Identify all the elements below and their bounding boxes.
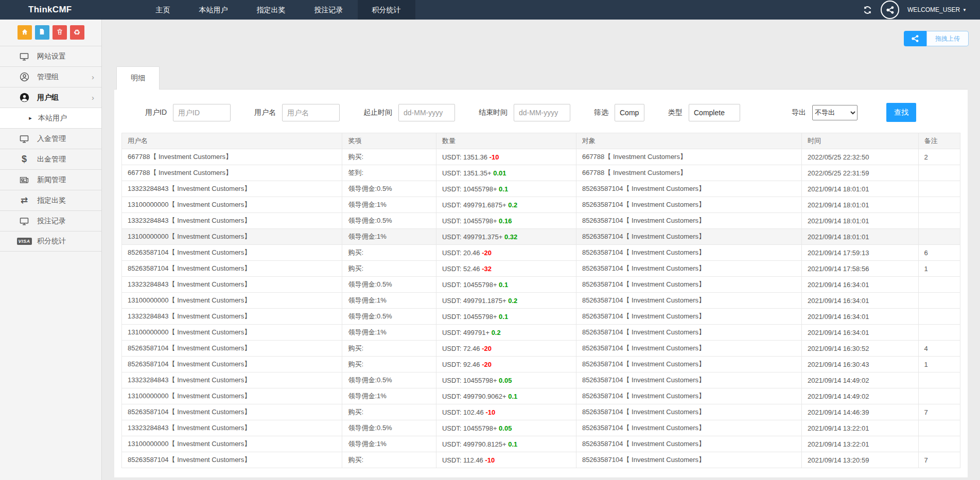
cell-amount: USDT: 112.46 -10 xyxy=(436,452,576,468)
user-id-input[interactable] xyxy=(173,104,231,121)
refresh-icon[interactable] xyxy=(862,5,872,15)
cell-note: 4 xyxy=(918,341,960,357)
trash-icon xyxy=(56,28,63,37)
cell-prize: 领导佣金:0.5% xyxy=(342,420,436,436)
cell-username: 13323284843【 Investment Customers】 xyxy=(122,213,342,229)
caret-down-icon: ▼ xyxy=(962,8,967,12)
share-upload-icon[interactable] xyxy=(904,31,926,46)
sidebar-item-label: 出金管理 xyxy=(37,155,66,164)
table-row: 85263587104【 Investment Customers】购买:USD… xyxy=(122,452,960,468)
recycle-button[interactable]: ♻ xyxy=(70,25,84,40)
records-table: 用户名奖项数量对象时间备注 667788【 Investment Custome… xyxy=(121,133,960,468)
home-button[interactable] xyxy=(18,25,32,40)
cell-amount: USDT: 1351.36 -10 xyxy=(436,149,576,165)
amount-delta: -20 xyxy=(482,249,492,257)
amount-delta: 0.05 xyxy=(499,424,512,432)
sidebar-item-points-stats[interactable]: VISA积分统计 xyxy=(0,231,101,252)
cell-username: 85263587104【 Investment Customers】 xyxy=(122,452,342,468)
cell-amount: USDT: 1351.35+ 0.01 xyxy=(436,165,576,181)
visa-icon: VISA xyxy=(18,238,30,245)
sidebar-item-news-management[interactable]: 新闻管理 xyxy=(0,169,101,190)
nav-item-bet-records[interactable]: 投注记录 xyxy=(300,0,358,20)
amount-delta: -10 xyxy=(485,456,495,464)
user-dropdown[interactable]: WELCOME_USER ▼ xyxy=(907,6,967,13)
table-row: 13323284843【 Investment Customers】领导佣金:0… xyxy=(122,309,960,325)
cell-prize: 购买: xyxy=(342,452,436,468)
column-header: 时间 xyxy=(802,133,918,149)
column-header: 备注 xyxy=(918,133,960,149)
user-icon xyxy=(18,72,30,82)
table-row: 667788【 Investment Customers】签到:USDT: 13… xyxy=(122,165,960,181)
filter-label: 筛选 xyxy=(594,108,608,117)
table-row: 13323284843【 Investment Customers】领导佣金:0… xyxy=(122,213,960,229)
cell-prize: 购买: xyxy=(342,245,436,261)
username-filter-label: 用户名 xyxy=(254,108,276,117)
home-icon xyxy=(21,28,28,37)
username-input[interactable] xyxy=(282,104,340,121)
cell-prize: 领导佣金:0.5% xyxy=(342,372,436,388)
table-row: 13323284843【 Investment Customers】领导佣金:0… xyxy=(122,181,960,197)
sidebar-item-deposit-management[interactable]: 入金管理 xyxy=(0,128,101,149)
amount-base: USDT: 10455798+ xyxy=(442,185,499,193)
cell-amount: USDT: 102.46 -10 xyxy=(436,404,576,420)
cell-username: 13100000000【 Investment Customers】 xyxy=(122,197,342,213)
export-select[interactable]: 不导出 xyxy=(812,105,857,120)
amount-delta: 0.2 xyxy=(508,201,517,209)
table-row: 13323284843【 Investment Customers】领导佣金:0… xyxy=(122,420,960,436)
amount-delta: 0.05 xyxy=(499,377,512,384)
cell-username: 13100000000【 Investment Customers】 xyxy=(122,436,342,452)
sidebar-item-bet-records[interactable]: 投注记录 xyxy=(0,210,101,231)
avatar[interactable] xyxy=(881,1,899,19)
cell-username: 13323284843【 Investment Customers】 xyxy=(122,309,342,325)
nav-item-home[interactable]: 主页 xyxy=(142,0,185,20)
cell-amount: USDT: 499790.9062+ 0.1 xyxy=(436,388,576,404)
cell-prize: 领导佣金:1% xyxy=(342,388,436,404)
cell-target: 85263587104【 Investment Customers】 xyxy=(576,245,801,261)
sidebar-item-site-settings[interactable]: 网站设置 xyxy=(0,46,101,66)
table-row: 667788【 Investment Customers】购买:USDT: 13… xyxy=(122,149,960,165)
cell-amount: USDT: 92.46 -20 xyxy=(436,357,576,372)
nav-item-points-stats[interactable]: 积分统计 xyxy=(358,0,415,20)
sidebar-item-withdrawal-management[interactable]: $出金管理 xyxy=(0,149,101,169)
start-time-input[interactable] xyxy=(398,104,455,121)
drag-upload-button[interactable]: 拖拽上传 xyxy=(926,31,969,46)
sidebar-item-user-group[interactable]: 用户组› xyxy=(0,87,101,108)
cell-target: 85263587104【 Investment Customers】 xyxy=(576,213,801,229)
cell-amount: USDT: 10455798+ 0.05 xyxy=(436,420,576,436)
brand-logo[interactable]: ThinkCMF xyxy=(0,5,93,15)
amount-delta: 0.1 xyxy=(499,185,508,193)
cell-time: 2021/09/14 16:34:01 xyxy=(802,325,918,341)
trash-button[interactable] xyxy=(52,25,67,40)
filter-input[interactable] xyxy=(615,104,644,121)
file-button[interactable] xyxy=(35,25,49,40)
cell-prize: 购买: xyxy=(342,341,436,357)
end-time-input[interactable] xyxy=(514,104,570,121)
type-input[interactable] xyxy=(689,104,740,121)
sidebar-item-label: 新闻管理 xyxy=(37,175,66,185)
cell-target: 85263587104【 Investment Customers】 xyxy=(576,309,801,325)
nav-item-site-users[interactable]: 本站用户 xyxy=(185,0,242,20)
cell-username: 667788【 Investment Customers】 xyxy=(122,165,342,181)
sidebar-item-assign-prize[interactable]: ⇄指定出奖 xyxy=(0,190,101,210)
amount-delta: -20 xyxy=(482,345,492,352)
amount-base: USDT: 10455798+ xyxy=(442,424,499,432)
top-navbar: ThinkCMF 主页本站用户指定出奖投注记录积分统计 WELCOME_USER… xyxy=(0,0,980,20)
tab-detail[interactable]: 明细 xyxy=(116,66,160,90)
amount-base: USDT: 499791.375+ xyxy=(442,233,504,241)
cell-time: 2021/09/14 17:58:56 xyxy=(802,261,918,277)
cell-note xyxy=(918,420,960,436)
nav-item-assign-prize[interactable]: 指定出奖 xyxy=(242,0,300,20)
cell-time: 2021/09/14 13:22:01 xyxy=(802,420,918,436)
cell-note xyxy=(918,293,960,309)
cell-prize: 购买: xyxy=(342,261,436,277)
amount-delta: 0.16 xyxy=(499,217,512,225)
cell-note: 6 xyxy=(918,245,960,261)
cell-target: 667788【 Investment Customers】 xyxy=(576,149,801,165)
amount-base: USDT: 499790.9062+ xyxy=(442,393,508,400)
sidebar-item-site-users[interactable]: ▸本站用户 xyxy=(0,108,101,128)
amount-delta: 0.1 xyxy=(499,281,508,289)
search-button[interactable]: 查找 xyxy=(886,103,916,122)
username-label: WELCOME_USER xyxy=(907,6,960,13)
amount-base: USDT: 10455798+ xyxy=(442,217,499,225)
sidebar-item-admin-group[interactable]: 管理组› xyxy=(0,66,101,87)
